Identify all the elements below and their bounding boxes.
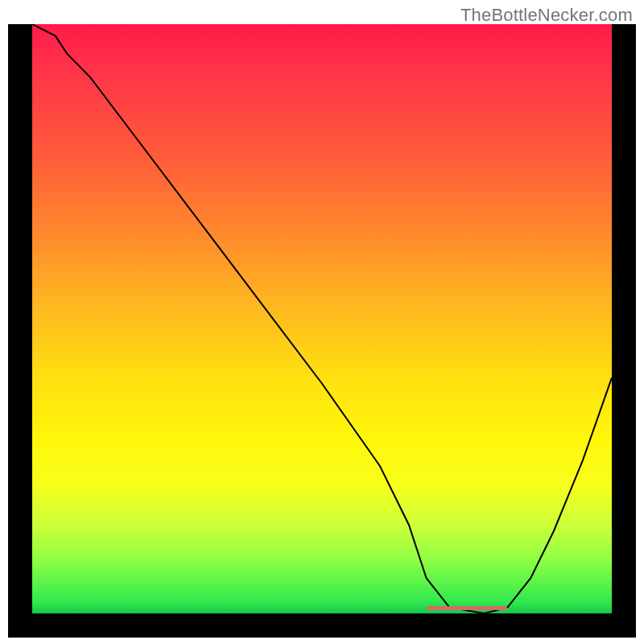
attribution-label: TheBottleNecker.com <box>460 5 633 26</box>
bottleneck-curve <box>32 24 612 613</box>
plot-area <box>32 24 612 613</box>
chart-frame <box>8 24 636 638</box>
optimal-range-marker <box>427 606 508 610</box>
